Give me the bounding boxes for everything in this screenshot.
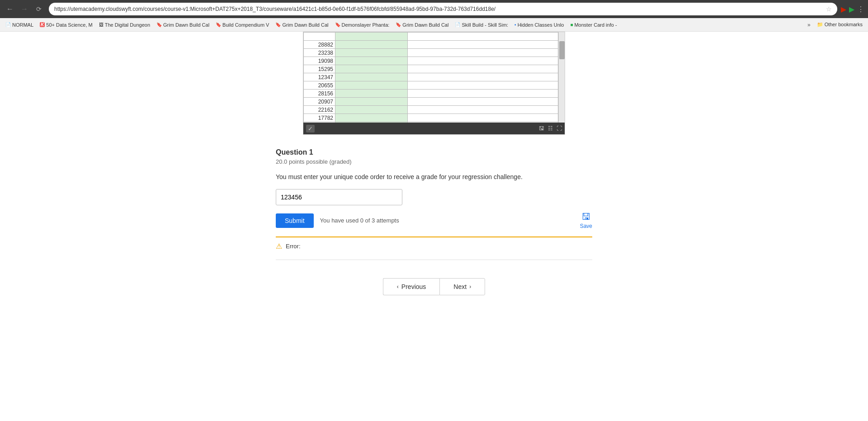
table-row: 19098	[304, 57, 558, 65]
bookmark-dungeon[interactable]: 🖼 The Digital Dungeon	[96, 21, 153, 28]
action-left: Submit You have used 0 of 3 attempts	[276, 213, 399, 228]
bookmark-grimdawn3-icon: 🔖	[396, 22, 401, 27]
nav-buttons: ← → ⟳	[4, 3, 45, 15]
save-button[interactable]: 🖫 Save	[580, 212, 592, 229]
table-row: 23238	[304, 49, 558, 57]
menu-icon[interactable]: ⋮	[857, 5, 864, 14]
expand-icon[interactable]: ⛶	[557, 125, 562, 132]
cell-empty	[408, 90, 558, 98]
extensions-icon[interactable]: ▶	[841, 5, 846, 14]
bookmark-skillbuild-label: Skill Build - Skill Sim:	[462, 22, 508, 28]
save-sheet-icon[interactable]: 🖫	[539, 125, 544, 132]
cell-value	[335, 33, 408, 41]
back-button[interactable]: ←	[4, 3, 16, 15]
next-button[interactable]: Next ›	[439, 278, 485, 295]
error-icon: ⚠	[276, 242, 282, 251]
cell-empty	[408, 33, 558, 41]
cell-number: 15295	[304, 65, 335, 73]
bookmark-grimdawn3-label: Grim Dawn Build Cal	[402, 22, 448, 28]
cell-empty	[408, 98, 558, 106]
bookmark-star-icon[interactable]: ☆	[826, 5, 832, 13]
bookmark-skillbuild[interactable]: 📄 Skill Build - Skill Sim:	[452, 21, 511, 28]
cell-number: 23238	[304, 49, 335, 57]
answer-input[interactable]	[276, 189, 402, 205]
section-divider	[276, 260, 592, 260]
cell-value	[335, 57, 408, 65]
spreadsheet-container: 2888223238190981529512347206552815620907…	[303, 32, 565, 135]
table-row: 22162	[304, 106, 558, 114]
bookmark-50data-icon: K	[40, 22, 45, 27]
bookmark-buildcomp-icon: 🔖	[216, 22, 221, 27]
bookmark-50data-label: 50+ Data Science, M	[46, 22, 92, 28]
cell-value	[335, 114, 408, 122]
page-content: 2888223238190981529512347206552815620907…	[0, 32, 868, 421]
question-text: You must enter your unique code order to…	[276, 172, 592, 182]
cell-number	[304, 33, 335, 41]
bookmark-demonslayer[interactable]: 🔖 Demonslayer Phanta:	[332, 21, 392, 28]
bookmark-50data[interactable]: K 50+ Data Science, M	[37, 21, 95, 28]
previous-button[interactable]: ‹ Previous	[383, 278, 439, 295]
cell-empty	[408, 73, 558, 81]
profile-icon[interactable]: ▶	[849, 5, 854, 14]
bookmark-hiddenclass-icon: ▪	[514, 22, 516, 27]
cell-number: 20907	[304, 98, 335, 106]
cell-empty	[408, 122, 558, 123]
cell-number: 17782	[304, 114, 335, 122]
save-label: Save	[580, 223, 592, 229]
bookmark-hiddenclass[interactable]: ▪ Hidden Classes Unlo	[512, 21, 566, 28]
error-bar: ⚠ Error:	[276, 237, 592, 251]
bookmarks-bar: 📄 NORMAL K 50+ Data Science, M 🖼 The Dig…	[0, 18, 868, 32]
table-row: 20655	[304, 81, 558, 90]
spreadsheet-toolbar: ✓ 🖫 ☷ ⛶	[303, 123, 565, 134]
bookmark-monstercard-label: Monster Card info -	[574, 22, 617, 28]
cell-empty	[408, 41, 558, 49]
question-points: 20.0 points possible (graded)	[276, 158, 592, 165]
save-icon: 🖫	[581, 212, 590, 222]
cell-value	[335, 90, 408, 98]
table-row: 28882	[304, 41, 558, 49]
attempts-text: You have used 0 of 3 attempts	[320, 217, 399, 224]
bookmarks-more-button[interactable]: »	[805, 21, 813, 29]
cell-value	[335, 98, 408, 106]
bookmark-grimdawn2-label: Grim Dawn Build Cal	[282, 22, 328, 28]
refresh-button[interactable]: ⟳	[33, 3, 45, 15]
bookmark-demonslayer-label: Demonslayer Phanta:	[342, 22, 390, 28]
submit-button[interactable]: Submit	[276, 213, 314, 228]
nav-footer: ‹ Previous Next ›	[383, 278, 485, 295]
cell-number: 28882	[304, 41, 335, 49]
cell-value	[335, 106, 408, 114]
cell-value	[335, 81, 408, 90]
table-row: 20907	[304, 98, 558, 106]
cell-empty	[408, 57, 558, 65]
grid-icon[interactable]: ☷	[548, 125, 553, 132]
cell-value	[335, 73, 408, 81]
other-bookmarks-button[interactable]: 📁 Other bookmarks	[814, 21, 865, 28]
cell-value	[335, 41, 408, 49]
cell-value	[335, 122, 408, 123]
bookmark-monstercard[interactable]: ■ Monster Card info -	[567, 21, 619, 28]
spreadsheet-wrapper: 2888223238190981529512347206552815620907…	[301, 32, 567, 135]
bookmark-hiddenclass-label: Hidden Classes Unlo	[518, 22, 564, 28]
bookmark-grimdawn1[interactable]: 🔖 Grim Dawn Build Cal	[154, 21, 212, 28]
table-row	[304, 33, 558, 41]
browser-chrome: ← → ⟳ https://utemacademy.cloudswyft.com…	[0, 0, 868, 32]
bookmark-buildcomp[interactable]: 🔖 Build Compendium V	[213, 21, 272, 28]
bookmark-demonslayer-icon: 🔖	[335, 22, 340, 27]
bookmark-dungeon-label: The Digital Dungeon	[105, 22, 150, 28]
cell-value	[335, 65, 408, 73]
question-section: Question 1 20.0 points possible (graded)…	[276, 148, 592, 269]
forward-button[interactable]: →	[18, 3, 31, 15]
bookmark-grimdawn2-icon: 🔖	[275, 22, 281, 27]
table-row: 28156	[304, 90, 558, 98]
cell-empty	[408, 65, 558, 73]
cell-value	[335, 49, 408, 57]
bookmark-grimdawn2[interactable]: 🔖 Grim Dawn Build Cal	[273, 21, 331, 28]
bookmark-normal-icon: 📄	[5, 22, 11, 27]
cell-number: 25307	[304, 122, 335, 123]
bookmark-normal[interactable]: 📄 NORMAL	[3, 21, 36, 28]
cell-empty	[408, 81, 558, 90]
cell-number: 20655	[304, 81, 335, 90]
bookmark-grimdawn3[interactable]: 🔖 Grim Dawn Build Cal	[393, 21, 451, 28]
next-chevron-icon: ›	[469, 284, 471, 290]
address-bar[interactable]: https://utemacademy.cloudswyft.com/cours…	[49, 3, 837, 15]
